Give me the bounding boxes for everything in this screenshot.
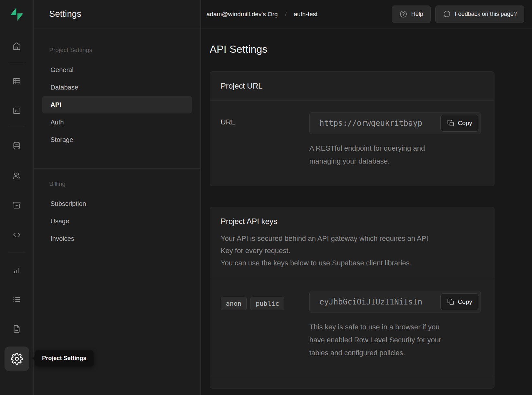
project-settings-nav-button[interactable]: [5, 347, 29, 371]
breadcrumb-project[interactable]: auth-test: [294, 11, 318, 18]
edge-functions-nav-button[interactable]: [9, 227, 25, 242]
description-line: You can use the keys below to use Supaba…: [221, 257, 483, 269]
database-nav-button[interactable]: [9, 138, 25, 153]
help-circle-icon: [399, 10, 407, 18]
sql-editor-icon: [12, 106, 21, 115]
description-line: managing your database.: [309, 155, 483, 168]
edge-functions-code-icon: [12, 230, 21, 239]
settings-sidebar-title: Settings: [49, 9, 81, 19]
database-icon: [12, 141, 21, 150]
main-area: adam@windmill.dev's Org / auth-test Help…: [201, 0, 532, 395]
sidebar-item-general[interactable]: General: [42, 61, 192, 79]
top-header-bar: adam@windmill.dev's Org / auth-test Help…: [201, 0, 532, 28]
reports-chart-icon: [12, 266, 21, 274]
api-keys-card-title: Project API keys: [221, 217, 483, 226]
api-settings-content: API Settings Project URL URL https://orw…: [201, 28, 532, 389]
description-line: Key for every request.: [221, 245, 483, 257]
section-header-project-settings: Project Settings: [34, 45, 200, 55]
supabase-bolt-icon: [10, 7, 24, 21]
url-field-description: A RESTful endpoint for querying and mana…: [309, 142, 483, 168]
url-field-row: URL https://orwqeukritbayp Copy: [210, 101, 494, 186]
reports-nav-button[interactable]: [9, 262, 25, 278]
copy-icon: [447, 298, 454, 305]
copy-icon: [447, 120, 454, 127]
feedback-button-label: Feedback on this page?: [455, 11, 517, 17]
sidebar-item-auth[interactable]: Auth: [42, 113, 192, 131]
project-url-input[interactable]: https://orwqeukritbayp Copy: [309, 112, 481, 134]
help-button-label: Help: [411, 11, 423, 17]
breadcrumb-org[interactable]: adam@windmill.dev's Org: [206, 11, 278, 18]
breadcrumb-separator: /: [282, 11, 289, 18]
project-url-card: Project URL URL https://orwqeukritbayp: [210, 71, 494, 186]
section-header-billing: Billing: [34, 179, 200, 189]
docs-nav-button[interactable]: [9, 321, 25, 336]
api-keys-card-description: Your API is secured behind an API gatewa…: [221, 232, 483, 269]
badge-anon: anon: [221, 297, 247, 310]
home-nav-button[interactable]: [9, 38, 25, 54]
authentication-nav-button[interactable]: [9, 168, 25, 183]
supabase-logo[interactable]: [0, 0, 34, 28]
description-line: This key is safe to use in a browser if …: [309, 321, 483, 334]
description-line: have enabled Row Level Security for your: [309, 334, 483, 347]
storage-archive-icon: [12, 201, 21, 209]
project-url-card-title: Project URL: [221, 81, 483, 91]
home-icon: [12, 42, 21, 50]
sidebar-item-usage[interactable]: Usage: [42, 212, 192, 230]
description-line: A RESTful endpoint for querying and: [309, 142, 483, 155]
project-settings-tooltip: Project Settings: [35, 350, 94, 366]
sidebar-item-invoices[interactable]: Invoices: [42, 230, 192, 247]
docs-file-icon: [12, 325, 21, 333]
settings-gear-icon: [11, 353, 23, 365]
project-api-keys-card: Project API keys Your API is secured beh…: [210, 207, 494, 389]
url-field-label: URL: [221, 118, 309, 126]
description-line: tables and configured policies.: [309, 347, 483, 359]
anon-key-input[interactable]: eyJhbGciOiJIUzI1NiIsIn Copy: [309, 291, 481, 313]
help-button[interactable]: Help: [392, 5, 431, 23]
logs-list-icon: [12, 295, 21, 304]
sidebar-item-subscription[interactable]: Subscription: [42, 195, 192, 212]
rail-divider: [8, 126, 26, 126]
badge-public: public: [250, 297, 284, 310]
copy-anon-key-button[interactable]: Copy: [440, 294, 479, 310]
sidebar-item-storage[interactable]: Storage: [42, 131, 192, 148]
table-editor-nav-button[interactable]: [9, 73, 25, 89]
description-line: Your API is secured behind an API gatewa…: [221, 232, 483, 245]
table-editor-icon: [12, 77, 21, 86]
sql-editor-nav-button[interactable]: [9, 103, 25, 118]
copy-anon-key-button-label: Copy: [458, 298, 472, 305]
sidebar-item-api[interactable]: API: [42, 96, 192, 113]
key-badges: anon public: [221, 297, 309, 310]
logs-nav-button[interactable]: [9, 292, 25, 307]
auth-users-icon: [12, 171, 21, 180]
chat-bubble-icon: [443, 10, 451, 18]
copy-url-button[interactable]: Copy: [440, 115, 479, 132]
rail-divider: [8, 252, 26, 252]
feedback-button[interactable]: Feedback on this page?: [435, 5, 524, 23]
rail-divider: [8, 63, 26, 63]
icon-rail: [0, 0, 34, 395]
settings-sidebar-titlebar: Settings: [34, 0, 200, 28]
anon-key-description: This key is safe to use in a browser if …: [309, 321, 483, 359]
settings-sidebar: Settings Project Settings General Databa…: [34, 0, 201, 395]
page-title: API Settings: [210, 43, 523, 55]
anon-key-row: anon public eyJhbGciOiJIUzI1NiIsIn Copy: [210, 279, 494, 375]
storage-nav-button[interactable]: [9, 197, 25, 213]
next-key-row-partial: [210, 375, 494, 388]
copy-url-button-label: Copy: [458, 120, 472, 127]
sidebar-item-database[interactable]: Database: [42, 79, 192, 96]
tooltip-label: Project Settings: [42, 355, 86, 361]
